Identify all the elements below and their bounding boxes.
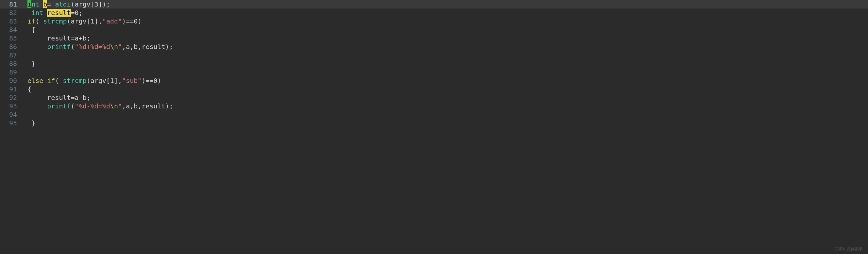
token: [: [87, 17, 91, 25]
code-line[interactable]: 84 {: [0, 26, 868, 34]
code-content[interactable]: int result=0;: [20, 8, 83, 17]
line-number: 94: [0, 110, 20, 119]
token: a: [75, 34, 79, 42]
token: ;: [87, 34, 91, 42]
token: b: [43, 0, 47, 8]
token: nt: [31, 0, 39, 8]
token: printf: [47, 43, 70, 50]
line-number: 88: [0, 60, 20, 68]
line-number: 84: [0, 26, 20, 34]
code-line[interactable]: 85 result=a+b;: [0, 34, 868, 42]
line-number: 90: [0, 76, 20, 85]
token: ,: [130, 102, 134, 110]
token: printf: [47, 102, 70, 110]
token: [20, 94, 47, 102]
token: (: [71, 102, 75, 110]
token: ": [118, 43, 122, 50]
token: int: [31, 9, 43, 16]
token: +: [79, 34, 83, 42]
code-line[interactable]: 94: [0, 110, 868, 119]
token: ,: [130, 43, 134, 50]
token: (: [67, 17, 71, 25]
code-line[interactable]: 92 result=a-b;: [0, 94, 868, 102]
token: (: [35, 17, 43, 25]
token: argv: [91, 77, 106, 84]
token: )==: [122, 17, 134, 25]
token: \n: [110, 43, 118, 50]
token: ;: [79, 9, 83, 16]
token: [43, 9, 47, 16]
token: 3: [94, 0, 98, 8]
token: );: [165, 102, 173, 110]
token: }: [20, 119, 35, 127]
code-content[interactable]: else if( strcmp(argv[1],"sub")==0): [20, 76, 161, 85]
token: [20, 0, 27, 8]
code-line[interactable]: 89: [0, 68, 868, 76]
token: =: [71, 94, 75, 102]
code-line[interactable]: 95 }: [0, 119, 868, 127]
token: ,: [137, 43, 142, 50]
code-line[interactable]: 86 printf("%d+%d=%d\n",a,b,result);: [0, 42, 868, 51]
line-number: 87: [0, 51, 20, 60]
token: 0: [75, 9, 79, 16]
token: b: [134, 43, 137, 50]
token: if: [27, 17, 35, 25]
code-editor[interactable]: 81 int b= atoi(argv[3]);82 int result=0;…: [0, 0, 868, 127]
line-number: 93: [0, 102, 20, 110]
line-number: 89: [0, 68, 20, 76]
token: [: [106, 77, 110, 84]
token: "sub": [122, 77, 142, 84]
token: (: [71, 0, 75, 8]
token: [20, 43, 47, 50]
code-content[interactable]: }: [20, 119, 35, 127]
code-line[interactable]: 83 if( strcmp(argv[1],"add")==0): [0, 17, 868, 26]
line-number: 85: [0, 34, 20, 42]
token: (: [87, 77, 91, 84]
token: (: [55, 77, 63, 84]
code-content[interactable]: if( strcmp(argv[1],"add")==0): [20, 17, 142, 26]
line-number: 82: [0, 8, 20, 17]
code-content[interactable]: result=a-b;: [20, 94, 91, 102]
token: b: [83, 94, 87, 102]
token: argv: [71, 17, 87, 25]
token: 0: [154, 77, 157, 84]
token: a: [126, 102, 130, 110]
token: ,: [122, 43, 126, 50]
token: =: [47, 0, 55, 8]
token: ]);: [98, 0, 110, 8]
token: strcmp: [63, 77, 87, 84]
token: [: [91, 0, 94, 8]
code-line[interactable]: 93 printf("%d-%d=%d\n",a,b,result);: [0, 102, 868, 110]
code-content[interactable]: }: [20, 60, 35, 68]
token: [43, 77, 47, 84]
token: (: [71, 43, 75, 50]
token: [20, 34, 47, 42]
code-line[interactable]: 91 {: [0, 85, 868, 94]
code-line[interactable]: 87: [0, 51, 868, 60]
code-content[interactable]: printf("%d+%d=%d\n",a,b,result);: [20, 42, 173, 51]
code-content[interactable]: int b= atoi(argv[3]);: [20, 0, 110, 8]
code-line[interactable]: 90 else if( strcmp(argv[1],"sub")==0): [0, 76, 868, 85]
line-number: 95: [0, 119, 20, 127]
token: b: [134, 102, 137, 110]
watermark: CSDN @孙鹏宇.: [834, 247, 863, 252]
line-number: 83: [0, 17, 20, 26]
token: ): [137, 17, 142, 25]
token: =: [71, 34, 75, 42]
token: {: [20, 26, 35, 34]
token: ],: [114, 77, 122, 84]
code-line[interactable]: 82 int result=0;: [0, 8, 868, 17]
token: [20, 77, 27, 84]
token: {: [20, 85, 31, 93]
token: ,: [137, 102, 142, 110]
code-content[interactable]: {: [20, 85, 31, 94]
token: "%d+%d=%d: [75, 43, 110, 50]
code-content[interactable]: {: [20, 26, 35, 34]
code-line[interactable]: 81 int b= atoi(argv[3]);: [0, 0, 868, 8]
code-content[interactable]: printf("%d-%d=%d\n",a,b,result);: [20, 102, 173, 110]
code-content[interactable]: result=a+b;: [20, 34, 91, 42]
code-line[interactable]: 88 }: [0, 60, 868, 68]
token: ,: [122, 102, 126, 110]
token: 1: [110, 77, 114, 84]
token: );: [165, 43, 173, 50]
